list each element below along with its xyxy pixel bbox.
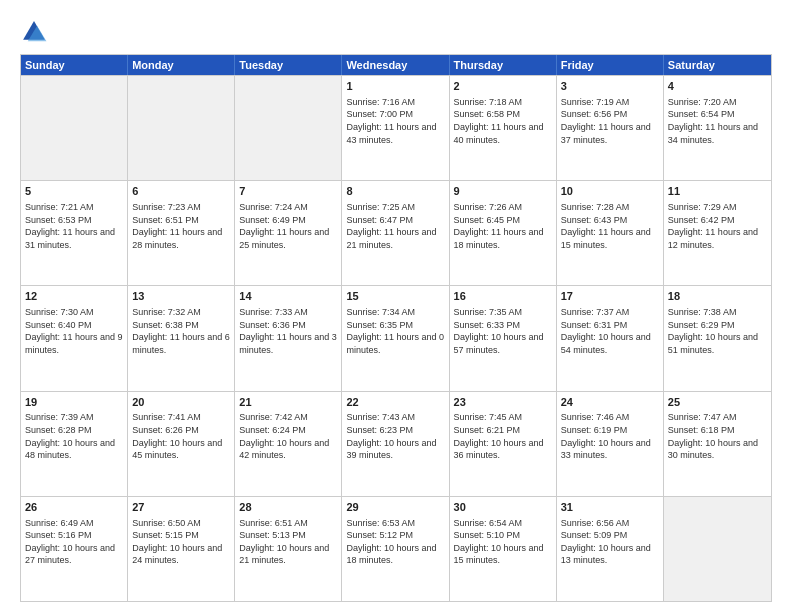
col-thursday: Thursday (450, 55, 557, 75)
day-cell-7: 7Sunrise: 7:24 AM Sunset: 6:49 PM Daylig… (235, 181, 342, 285)
empty-cell-0-1 (128, 76, 235, 180)
day-number-31: 31 (561, 500, 659, 515)
day-cell-26: 26Sunrise: 6:49 AM Sunset: 5:16 PM Dayli… (21, 497, 128, 601)
empty-cell-0-0 (21, 76, 128, 180)
day-number-19: 19 (25, 395, 123, 410)
day-number-3: 3 (561, 79, 659, 94)
day-info-19: Sunrise: 7:39 AM Sunset: 6:28 PM Dayligh… (25, 411, 123, 461)
day-info-21: Sunrise: 7:42 AM Sunset: 6:24 PM Dayligh… (239, 411, 337, 461)
calendar: Sunday Monday Tuesday Wednesday Thursday… (20, 54, 772, 602)
day-number-13: 13 (132, 289, 230, 304)
day-number-9: 9 (454, 184, 552, 199)
logo (20, 18, 54, 46)
col-tuesday: Tuesday (235, 55, 342, 75)
day-cell-30: 30Sunrise: 6:54 AM Sunset: 5:10 PM Dayli… (450, 497, 557, 601)
empty-cell-0-2 (235, 76, 342, 180)
week-row-2: 12Sunrise: 7:30 AM Sunset: 6:40 PM Dayli… (21, 285, 771, 390)
week-row-4: 26Sunrise: 6:49 AM Sunset: 5:16 PM Dayli… (21, 496, 771, 601)
col-monday: Monday (128, 55, 235, 75)
col-wednesday: Wednesday (342, 55, 449, 75)
day-cell-22: 22Sunrise: 7:43 AM Sunset: 6:23 PM Dayli… (342, 392, 449, 496)
day-info-4: Sunrise: 7:20 AM Sunset: 6:54 PM Dayligh… (668, 96, 767, 146)
empty-cell-4-6 (664, 497, 771, 601)
day-number-2: 2 (454, 79, 552, 94)
day-info-11: Sunrise: 7:29 AM Sunset: 6:42 PM Dayligh… (668, 201, 767, 251)
day-info-5: Sunrise: 7:21 AM Sunset: 6:53 PM Dayligh… (25, 201, 123, 251)
day-info-3: Sunrise: 7:19 AM Sunset: 6:56 PM Dayligh… (561, 96, 659, 146)
day-cell-5: 5Sunrise: 7:21 AM Sunset: 6:53 PM Daylig… (21, 181, 128, 285)
day-number-7: 7 (239, 184, 337, 199)
day-info-18: Sunrise: 7:38 AM Sunset: 6:29 PM Dayligh… (668, 306, 767, 356)
day-cell-24: 24Sunrise: 7:46 AM Sunset: 6:19 PM Dayli… (557, 392, 664, 496)
day-info-13: Sunrise: 7:32 AM Sunset: 6:38 PM Dayligh… (132, 306, 230, 356)
day-info-28: Sunrise: 6:51 AM Sunset: 5:13 PM Dayligh… (239, 517, 337, 567)
day-number-27: 27 (132, 500, 230, 515)
week-row-1: 5Sunrise: 7:21 AM Sunset: 6:53 PM Daylig… (21, 180, 771, 285)
day-cell-3: 3Sunrise: 7:19 AM Sunset: 6:56 PM Daylig… (557, 76, 664, 180)
day-number-24: 24 (561, 395, 659, 410)
day-cell-12: 12Sunrise: 7:30 AM Sunset: 6:40 PM Dayli… (21, 286, 128, 390)
day-cell-10: 10Sunrise: 7:28 AM Sunset: 6:43 PM Dayli… (557, 181, 664, 285)
day-cell-21: 21Sunrise: 7:42 AM Sunset: 6:24 PM Dayli… (235, 392, 342, 496)
day-info-29: Sunrise: 6:53 AM Sunset: 5:12 PM Dayligh… (346, 517, 444, 567)
day-number-11: 11 (668, 184, 767, 199)
day-info-14: Sunrise: 7:33 AM Sunset: 6:36 PM Dayligh… (239, 306, 337, 356)
day-cell-11: 11Sunrise: 7:29 AM Sunset: 6:42 PM Dayli… (664, 181, 771, 285)
day-info-9: Sunrise: 7:26 AM Sunset: 6:45 PM Dayligh… (454, 201, 552, 251)
day-cell-14: 14Sunrise: 7:33 AM Sunset: 6:36 PM Dayli… (235, 286, 342, 390)
day-info-15: Sunrise: 7:34 AM Sunset: 6:35 PM Dayligh… (346, 306, 444, 356)
day-number-15: 15 (346, 289, 444, 304)
day-info-20: Sunrise: 7:41 AM Sunset: 6:26 PM Dayligh… (132, 411, 230, 461)
day-cell-2: 2Sunrise: 7:18 AM Sunset: 6:58 PM Daylig… (450, 76, 557, 180)
day-cell-28: 28Sunrise: 6:51 AM Sunset: 5:13 PM Dayli… (235, 497, 342, 601)
day-number-16: 16 (454, 289, 552, 304)
col-sunday: Sunday (21, 55, 128, 75)
day-cell-6: 6Sunrise: 7:23 AM Sunset: 6:51 PM Daylig… (128, 181, 235, 285)
day-number-17: 17 (561, 289, 659, 304)
logo-icon (20, 18, 48, 46)
day-info-6: Sunrise: 7:23 AM Sunset: 6:51 PM Dayligh… (132, 201, 230, 251)
day-cell-13: 13Sunrise: 7:32 AM Sunset: 6:38 PM Dayli… (128, 286, 235, 390)
day-info-8: Sunrise: 7:25 AM Sunset: 6:47 PM Dayligh… (346, 201, 444, 251)
day-cell-27: 27Sunrise: 6:50 AM Sunset: 5:15 PM Dayli… (128, 497, 235, 601)
day-info-2: Sunrise: 7:18 AM Sunset: 6:58 PM Dayligh… (454, 96, 552, 146)
day-number-22: 22 (346, 395, 444, 410)
day-cell-20: 20Sunrise: 7:41 AM Sunset: 6:26 PM Dayli… (128, 392, 235, 496)
day-number-12: 12 (25, 289, 123, 304)
day-number-28: 28 (239, 500, 337, 515)
day-cell-4: 4Sunrise: 7:20 AM Sunset: 6:54 PM Daylig… (664, 76, 771, 180)
day-number-25: 25 (668, 395, 767, 410)
day-cell-23: 23Sunrise: 7:45 AM Sunset: 6:21 PM Dayli… (450, 392, 557, 496)
day-cell-8: 8Sunrise: 7:25 AM Sunset: 6:47 PM Daylig… (342, 181, 449, 285)
day-info-26: Sunrise: 6:49 AM Sunset: 5:16 PM Dayligh… (25, 517, 123, 567)
day-info-30: Sunrise: 6:54 AM Sunset: 5:10 PM Dayligh… (454, 517, 552, 567)
day-number-23: 23 (454, 395, 552, 410)
day-cell-16: 16Sunrise: 7:35 AM Sunset: 6:33 PM Dayli… (450, 286, 557, 390)
day-info-7: Sunrise: 7:24 AM Sunset: 6:49 PM Dayligh… (239, 201, 337, 251)
page: Sunday Monday Tuesday Wednesday Thursday… (0, 0, 792, 612)
day-info-1: Sunrise: 7:16 AM Sunset: 7:00 PM Dayligh… (346, 96, 444, 146)
day-cell-31: 31Sunrise: 6:56 AM Sunset: 5:09 PM Dayli… (557, 497, 664, 601)
col-friday: Friday (557, 55, 664, 75)
day-info-22: Sunrise: 7:43 AM Sunset: 6:23 PM Dayligh… (346, 411, 444, 461)
day-cell-15: 15Sunrise: 7:34 AM Sunset: 6:35 PM Dayli… (342, 286, 449, 390)
day-number-20: 20 (132, 395, 230, 410)
day-info-25: Sunrise: 7:47 AM Sunset: 6:18 PM Dayligh… (668, 411, 767, 461)
day-number-5: 5 (25, 184, 123, 199)
week-row-3: 19Sunrise: 7:39 AM Sunset: 6:28 PM Dayli… (21, 391, 771, 496)
day-info-24: Sunrise: 7:46 AM Sunset: 6:19 PM Dayligh… (561, 411, 659, 461)
day-info-10: Sunrise: 7:28 AM Sunset: 6:43 PM Dayligh… (561, 201, 659, 251)
day-cell-29: 29Sunrise: 6:53 AM Sunset: 5:12 PM Dayli… (342, 497, 449, 601)
week-row-0: 1Sunrise: 7:16 AM Sunset: 7:00 PM Daylig… (21, 75, 771, 180)
day-info-12: Sunrise: 7:30 AM Sunset: 6:40 PM Dayligh… (25, 306, 123, 356)
day-info-16: Sunrise: 7:35 AM Sunset: 6:33 PM Dayligh… (454, 306, 552, 356)
day-number-8: 8 (346, 184, 444, 199)
calendar-body: 1Sunrise: 7:16 AM Sunset: 7:00 PM Daylig… (21, 75, 771, 601)
day-number-4: 4 (668, 79, 767, 94)
day-info-27: Sunrise: 6:50 AM Sunset: 5:15 PM Dayligh… (132, 517, 230, 567)
header (20, 18, 772, 46)
day-cell-17: 17Sunrise: 7:37 AM Sunset: 6:31 PM Dayli… (557, 286, 664, 390)
day-cell-18: 18Sunrise: 7:38 AM Sunset: 6:29 PM Dayli… (664, 286, 771, 390)
day-number-30: 30 (454, 500, 552, 515)
day-number-10: 10 (561, 184, 659, 199)
